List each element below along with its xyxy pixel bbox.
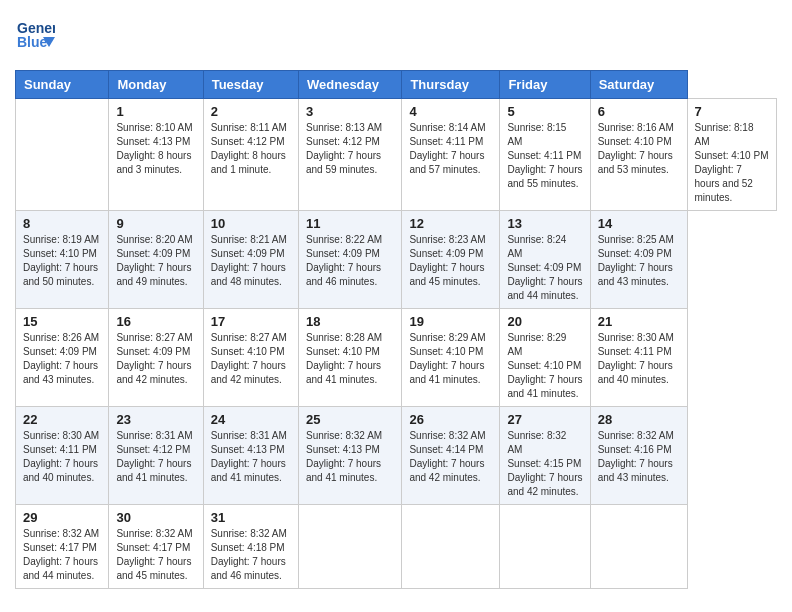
sunset-label: Sunset: 4:09 PM: [306, 248, 380, 259]
calendar-cell: 25 Sunrise: 8:32 AM Sunset: 4:13 PM Dayl…: [299, 407, 402, 505]
sunset-label: Sunset: 4:16 PM: [598, 444, 672, 455]
daylight-label: Daylight: 7 hours and 45 minutes.: [116, 556, 191, 581]
calendar-cell: 12 Sunrise: 8:23 AM Sunset: 4:09 PM Dayl…: [402, 211, 500, 309]
daylight-label: Daylight: 7 hours and 41 minutes.: [409, 360, 484, 385]
sunset-label: Sunset: 4:10 PM: [23, 248, 97, 259]
daylight-label: Daylight: 7 hours and 43 minutes.: [23, 360, 98, 385]
empty-cell: [16, 99, 109, 211]
day-number: 2: [211, 104, 291, 119]
day-number: 19: [409, 314, 492, 329]
sunrise-label: Sunrise: 8:20 AM: [116, 234, 192, 245]
sunset-label: Sunset: 4:09 PM: [409, 248, 483, 259]
day-number: 28: [598, 412, 680, 427]
calendar-week-1: 1 Sunrise: 8:10 AM Sunset: 4:13 PM Dayli…: [16, 99, 777, 211]
column-header-sunday: Sunday: [16, 71, 109, 99]
sunset-label: Sunset: 4:13 PM: [306, 444, 380, 455]
sunrise-label: Sunrise: 8:28 AM: [306, 332, 382, 343]
sunset-label: Sunset: 4:10 PM: [306, 346, 380, 357]
daylight-label: Daylight: 8 hours and 3 minutes.: [116, 150, 191, 175]
sunset-label: Sunset: 4:10 PM: [695, 150, 769, 161]
day-number: 20: [507, 314, 582, 329]
sunrise-label: Sunrise: 8:30 AM: [598, 332, 674, 343]
day-info: Sunrise: 8:31 AM Sunset: 4:12 PM Dayligh…: [116, 429, 195, 485]
calendar-cell: 20 Sunrise: 8:29 AM Sunset: 4:10 PM Dayl…: [500, 309, 590, 407]
day-number: 30: [116, 510, 195, 525]
day-info: Sunrise: 8:14 AM Sunset: 4:11 PM Dayligh…: [409, 121, 492, 177]
calendar-cell: 3 Sunrise: 8:13 AM Sunset: 4:12 PM Dayli…: [299, 99, 402, 211]
daylight-label: Daylight: 7 hours and 44 minutes.: [507, 276, 582, 301]
logo-icon: General Blue: [15, 15, 55, 60]
sunrise-label: Sunrise: 8:16 AM: [598, 122, 674, 133]
day-number: 18: [306, 314, 394, 329]
daylight-label: Daylight: 7 hours and 44 minutes.: [23, 556, 98, 581]
day-info: Sunrise: 8:32 AM Sunset: 4:15 PM Dayligh…: [507, 429, 582, 499]
day-info: Sunrise: 8:31 AM Sunset: 4:13 PM Dayligh…: [211, 429, 291, 485]
sunset-label: Sunset: 4:09 PM: [507, 262, 581, 273]
calendar-cell: 26 Sunrise: 8:32 AM Sunset: 4:14 PM Dayl…: [402, 407, 500, 505]
daylight-label: Daylight: 7 hours and 50 minutes.: [23, 262, 98, 287]
daylight-label: Daylight: 7 hours and 43 minutes.: [598, 458, 673, 483]
day-number: 9: [116, 216, 195, 231]
sunrise-label: Sunrise: 8:24 AM: [507, 234, 566, 259]
calendar-cell: 29 Sunrise: 8:32 AM Sunset: 4:17 PM Dayl…: [16, 505, 109, 589]
day-info: Sunrise: 8:32 AM Sunset: 4:16 PM Dayligh…: [598, 429, 680, 485]
sunset-label: Sunset: 4:10 PM: [409, 346, 483, 357]
day-info: Sunrise: 8:32 AM Sunset: 4:13 PM Dayligh…: [306, 429, 394, 485]
daylight-label: Daylight: 7 hours and 42 minutes.: [116, 360, 191, 385]
day-info: Sunrise: 8:32 AM Sunset: 4:18 PM Dayligh…: [211, 527, 291, 583]
sunset-label: Sunset: 4:09 PM: [598, 248, 672, 259]
calendar-cell: 27 Sunrise: 8:32 AM Sunset: 4:15 PM Dayl…: [500, 407, 590, 505]
column-header-tuesday: Tuesday: [203, 71, 298, 99]
day-info: Sunrise: 8:15 AM Sunset: 4:11 PM Dayligh…: [507, 121, 582, 191]
day-number: 6: [598, 104, 680, 119]
day-info: Sunrise: 8:27 AM Sunset: 4:10 PM Dayligh…: [211, 331, 291, 387]
calendar-cell: 13 Sunrise: 8:24 AM Sunset: 4:09 PM Dayl…: [500, 211, 590, 309]
sunrise-label: Sunrise: 8:32 AM: [598, 430, 674, 441]
column-header-friday: Friday: [500, 71, 590, 99]
calendar-cell: 16 Sunrise: 8:27 AM Sunset: 4:09 PM Dayl…: [109, 309, 203, 407]
sunrise-label: Sunrise: 8:26 AM: [23, 332, 99, 343]
sunrise-label: Sunrise: 8:23 AM: [409, 234, 485, 245]
sunrise-label: Sunrise: 8:15 AM: [507, 122, 566, 147]
day-number: 17: [211, 314, 291, 329]
daylight-label: Daylight: 7 hours and 55 minutes.: [507, 164, 582, 189]
day-number: 25: [306, 412, 394, 427]
daylight-label: Daylight: 7 hours and 43 minutes.: [598, 262, 673, 287]
sunrise-label: Sunrise: 8:18 AM: [695, 122, 754, 147]
sunrise-label: Sunrise: 8:25 AM: [598, 234, 674, 245]
sunrise-label: Sunrise: 8:14 AM: [409, 122, 485, 133]
daylight-label: Daylight: 7 hours and 53 minutes.: [598, 150, 673, 175]
daylight-label: Daylight: 7 hours and 46 minutes.: [306, 262, 381, 287]
day-number: 10: [211, 216, 291, 231]
sunrise-label: Sunrise: 8:11 AM: [211, 122, 287, 133]
calendar-cell: 24 Sunrise: 8:31 AM Sunset: 4:13 PM Dayl…: [203, 407, 298, 505]
calendar-cell: 21 Sunrise: 8:30 AM Sunset: 4:11 PM Dayl…: [590, 309, 687, 407]
sunrise-label: Sunrise: 8:31 AM: [211, 430, 287, 441]
day-info: Sunrise: 8:10 AM Sunset: 4:13 PM Dayligh…: [116, 121, 195, 177]
calendar-cell: 2 Sunrise: 8:11 AM Sunset: 4:12 PM Dayli…: [203, 99, 298, 211]
calendar-cell: 30 Sunrise: 8:32 AM Sunset: 4:17 PM Dayl…: [109, 505, 203, 589]
calendar-cell: [402, 505, 500, 589]
sunrise-label: Sunrise: 8:27 AM: [211, 332, 287, 343]
calendar-cell: 15 Sunrise: 8:26 AM Sunset: 4:09 PM Dayl…: [16, 309, 109, 407]
sunrise-label: Sunrise: 8:29 AM: [409, 332, 485, 343]
day-info: Sunrise: 8:29 AM Sunset: 4:10 PM Dayligh…: [507, 331, 582, 401]
day-info: Sunrise: 8:21 AM Sunset: 4:09 PM Dayligh…: [211, 233, 291, 289]
day-info: Sunrise: 8:30 AM Sunset: 4:11 PM Dayligh…: [598, 331, 680, 387]
sunset-label: Sunset: 4:12 PM: [116, 444, 190, 455]
calendar-week-3: 15 Sunrise: 8:26 AM Sunset: 4:09 PM Dayl…: [16, 309, 777, 407]
daylight-label: Daylight: 7 hours and 42 minutes.: [507, 472, 582, 497]
day-number: 16: [116, 314, 195, 329]
column-header-monday: Monday: [109, 71, 203, 99]
calendar-cell: 10 Sunrise: 8:21 AM Sunset: 4:09 PM Dayl…: [203, 211, 298, 309]
day-number: 22: [23, 412, 101, 427]
calendar-cell: [299, 505, 402, 589]
sunset-label: Sunset: 4:15 PM: [507, 458, 581, 469]
daylight-label: Daylight: 7 hours and 41 minutes.: [116, 458, 191, 483]
day-info: Sunrise: 8:32 AM Sunset: 4:17 PM Dayligh…: [116, 527, 195, 583]
sunset-label: Sunset: 4:10 PM: [211, 346, 285, 357]
sunrise-label: Sunrise: 8:32 AM: [23, 528, 99, 539]
sunset-label: Sunset: 4:11 PM: [598, 346, 672, 357]
sunrise-label: Sunrise: 8:10 AM: [116, 122, 192, 133]
day-info: Sunrise: 8:26 AM Sunset: 4:09 PM Dayligh…: [23, 331, 101, 387]
